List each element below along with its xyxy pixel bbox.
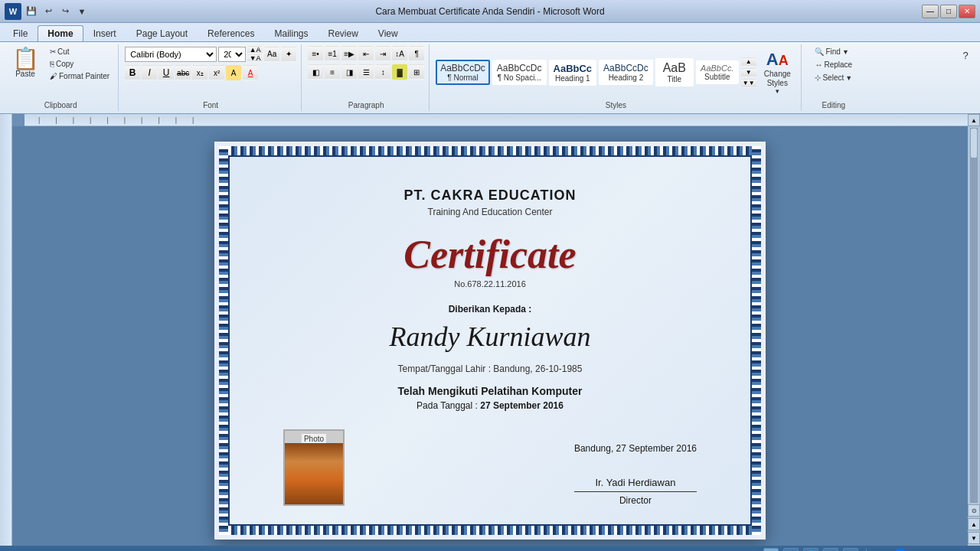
tab-review[interactable]: Review: [318, 25, 368, 41]
select-browse-button[interactable]: ⊙: [968, 504, 980, 517]
tab-view[interactable]: View: [368, 25, 408, 41]
font-color-button[interactable]: A: [243, 65, 258, 80]
strikethrough-button[interactable]: abc: [175, 65, 191, 80]
align-left-button[interactable]: ◧: [308, 64, 323, 80]
style-title[interactable]: AaB Title: [655, 58, 694, 86]
scroll-thumb[interactable]: [970, 128, 978, 158]
certificate-document: PT. CAKRA EDUCATION Training And Educati…: [214, 142, 766, 540]
help-button[interactable]: ?: [957, 47, 974, 63]
status-bar: Page: 1 of 1 Words: 37 ▤ ⊞ 🌐 ≡ ≣ − + 70%…: [0, 546, 980, 551]
italic-button[interactable]: I: [142, 65, 157, 80]
next-page-button[interactable]: ▼: [968, 532, 980, 544]
tab-home[interactable]: Home: [38, 25, 83, 41]
cert-date-value: 27 September 2016: [480, 400, 564, 411]
title-bar: W 💾 ↩ ↪ ▼ Cara Membuat Certificate Anda …: [0, 0, 980, 23]
cut-button[interactable]: ✂ Cut: [46, 46, 113, 57]
underline-button[interactable]: U: [158, 65, 174, 80]
change-styles-icon: AA: [766, 50, 789, 70]
style-no-spacing-preview: AaBbCcDc: [497, 63, 542, 73]
help-area: ?: [954, 44, 977, 111]
window-controls: — □ ✕: [922, 5, 975, 18]
change-styles-button[interactable]: AA ChangeStyles ▼: [759, 46, 796, 99]
style-normal[interactable]: AaBbCcDc ¶ Normal: [436, 60, 490, 85]
style-h2-preview: AaBbCcDc: [603, 63, 648, 73]
tab-insert[interactable]: Insert: [83, 25, 126, 41]
select-arrow: ▼: [845, 74, 852, 82]
increase-indent-button[interactable]: ⇥: [375, 46, 390, 61]
scroll-track[interactable]: [970, 128, 978, 503]
find-arrow: ▼: [842, 48, 849, 56]
cert-title: Certificate: [268, 233, 712, 276]
style-heading1[interactable]: AaBbCc Heading 1: [549, 60, 597, 86]
copy-button[interactable]: ⎘ Copy: [46, 58, 113, 70]
numbered-list-button[interactable]: ≡1: [325, 46, 340, 61]
tab-references[interactable]: References: [198, 25, 264, 41]
styles-more[interactable]: ▼▼: [741, 79, 756, 88]
style-heading2[interactable]: AaBbCcDc Heading 2: [599, 60, 653, 85]
multilevel-list-button[interactable]: ≡▶: [341, 46, 357, 61]
superscript-button[interactable]: x²: [209, 65, 224, 80]
tab-file[interactable]: File: [3, 25, 38, 41]
quick-redo[interactable]: ↪: [58, 5, 72, 18]
line-spacing-button[interactable]: ↕: [375, 64, 390, 80]
format-painter-button[interactable]: 🖌 Format Painter: [46, 70, 113, 82]
style-no-spacing[interactable]: AaBbCcDc ¶ No Spaci...: [492, 60, 547, 85]
quick-menu[interactable]: ▼: [75, 5, 89, 18]
change-case-button[interactable]: Aa: [264, 47, 279, 62]
sort-button[interactable]: ↕A: [392, 46, 407, 61]
paste-button[interactable]: 📋 Paste: [8, 46, 43, 80]
horizontal-ruler: ||||||||||: [24, 114, 968, 126]
font-name-select[interactable]: Calibri (Body): [125, 47, 217, 62]
styles-scroll-down[interactable]: ▼: [741, 68, 756, 77]
vertical-ruler: [0, 114, 12, 546]
minimize-button[interactable]: —: [922, 5, 939, 18]
maximize-button[interactable]: □: [940, 5, 957, 18]
find-button[interactable]: 🔍 Find ▼: [811, 46, 852, 57]
window-title: Cara Membuat Certificate Anda Sendiri - …: [0, 6, 980, 17]
full-screen-button[interactable]: ⊞: [783, 548, 799, 551]
shading-button[interactable]: ▓: [392, 64, 407, 80]
change-styles-arrow: ▼: [774, 88, 780, 95]
web-layout-button[interactable]: 🌐: [803, 548, 818, 551]
show-marks-button[interactable]: ¶: [409, 46, 424, 61]
style-subtitle[interactable]: AaBbCc. Subtitle: [696, 60, 739, 84]
cert-city-date: Bandung, 27 September 2016: [574, 443, 697, 454]
decrease-indent-button[interactable]: ⇤: [358, 46, 374, 61]
paragraph-group: ≡• ≡1 ≡▶ ⇤ ⇥ ↕A ¶ ◧ ≡ ◨ ☰ ↕ ▓ ⊞: [303, 44, 430, 111]
close-button[interactable]: ✕: [959, 5, 975, 18]
shrink-font-button[interactable]: ▼A: [247, 54, 263, 62]
outline-button[interactable]: ≡: [823, 548, 838, 551]
grow-font-button[interactable]: ▲A: [247, 46, 263, 54]
highlight-button[interactable]: A: [226, 65, 241, 80]
subscript-button[interactable]: x₂: [192, 65, 207, 80]
vertical-scrollbar[interactable]: ▲ ⊙ ▲ ▼: [968, 114, 980, 546]
cert-birth-info: Tempat/Tanggal Lahir : Bandung, 26-10-19…: [268, 364, 712, 374]
document-scroll-area[interactable]: PT. CAKRA EDUCATION Training And Educati…: [12, 126, 968, 546]
ribbon-tab-bar: File Home Insert Page Layout References …: [0, 23, 980, 41]
align-right-button[interactable]: ◨: [341, 64, 357, 80]
replace-button[interactable]: ↔ Replace: [811, 59, 856, 70]
tab-mailings[interactable]: Mailings: [264, 25, 318, 41]
style-normal-label: ¶ Normal: [440, 73, 485, 82]
select-button[interactable]: ⊹ Select ▼: [811, 72, 856, 83]
justify-button[interactable]: ☰: [358, 64, 374, 80]
bullets-button[interactable]: ≡•: [308, 46, 323, 61]
clear-format-button[interactable]: ✦: [281, 47, 296, 62]
prev-page-button[interactable]: ▲: [968, 518, 980, 530]
borders-button[interactable]: ⊞: [409, 64, 424, 80]
scroll-up-button[interactable]: ▲: [968, 114, 980, 126]
align-center-button[interactable]: ≡: [325, 64, 340, 80]
quick-undo[interactable]: ↩: [41, 5, 55, 18]
styles-scroll-up[interactable]: ▲: [741, 57, 756, 67]
quick-save[interactable]: 💾: [24, 5, 38, 18]
cert-date-line: Pada Tanggal : 27 September 2016: [268, 400, 712, 411]
draft-button[interactable]: ≣: [843, 548, 858, 551]
tab-page-layout[interactable]: Page Layout: [126, 25, 198, 41]
clipboard-group: 📋 Paste ✂ Cut ⎘ Copy 🖌 Format Painter: [3, 44, 119, 111]
print-layout-button[interactable]: ▤: [763, 548, 779, 551]
bold-button[interactable]: B: [125, 65, 140, 80]
status-right: ▤ ⊞ 🌐 ≡ ≣ − + 70% ⊡: [763, 548, 974, 551]
replace-icon: ↔: [815, 60, 822, 69]
scroll-extras: ⊙ ▲ ▼: [968, 504, 980, 544]
font-size-select[interactable]: 20: [218, 47, 246, 62]
